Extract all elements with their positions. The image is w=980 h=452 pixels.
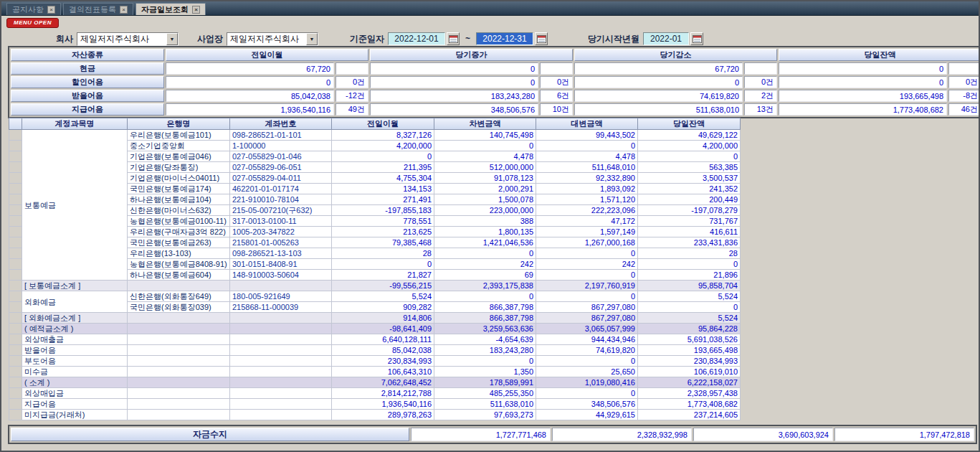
chevron-down-icon[interactable]: ▼ (166, 33, 178, 45)
table-row[interactable]: 외상매입금 2,814,212,788 485,255,350 0 2,328,… (9, 388, 741, 399)
asset-type-label: 받을어음 (11, 90, 164, 102)
balance-amount-cell: 1,773,408,682 (779, 103, 947, 116)
increase-amount-cell: 183,243,280 (370, 90, 538, 102)
close-icon[interactable]: × (47, 6, 55, 14)
table-row[interactable]: [ 외화예금소계 ] 914,806 866,387,798 867,297,0… (9, 313, 741, 324)
account-number-cell: 301-0151-8408-91 (230, 259, 332, 270)
debit-amount-cell: 866,387,798 (434, 302, 536, 313)
period-start-input[interactable]: 2022-01 (643, 32, 689, 45)
debit-amount-cell: 1,350 (434, 367, 536, 377)
table-row[interactable]: 부도어음 230,834,993 0 0 230,834,993 (9, 356, 741, 367)
company-select[interactable]: 제일저지주식회사 ▼ (77, 32, 179, 46)
row-selector[interactable] (9, 259, 22, 270)
row-selector[interactable] (9, 205, 22, 216)
tab-voucher-entry[interactable]: 결의전표등록 × (63, 3, 133, 15)
row-selector[interactable] (9, 141, 22, 151)
row-selector[interactable] (9, 313, 22, 324)
calendar-icon[interactable] (690, 32, 703, 45)
bank-name-cell (128, 324, 230, 334)
balance-amount-cell: 0 (779, 76, 947, 88)
row-selector[interactable] (9, 248, 22, 259)
calendar-icon (537, 34, 546, 43)
workplace-select-value: 제일저지주식회사 (230, 33, 299, 45)
table-row[interactable]: 지급어음 1,936,540,116 511,638,010 348,506,5… (9, 399, 741, 410)
row-selector[interactable] (9, 281, 22, 291)
bank-name-cell: 기업은행(당좌통장) (128, 162, 230, 173)
bank-name-cell (128, 399, 230, 410)
row-selector[interactable] (9, 356, 22, 367)
today-balance-cell: 563,385 (638, 162, 741, 173)
table-row[interactable]: ( 예적금소계 ) -98,641,409 3,259,563,636 3,06… (9, 324, 741, 334)
menu-open-button[interactable]: MENU OPEN (6, 18, 59, 28)
credit-amount-cell: 4,478 (536, 151, 638, 162)
balance-amount-cell: 193,665,498 (779, 90, 947, 102)
chevron-down-icon[interactable]: ▼ (306, 33, 318, 45)
table-row[interactable]: 보통예금 우리은행(보통예금101) 098-286521-01-101 8,3… (9, 130, 741, 141)
row-selector[interactable] (9, 184, 22, 194)
account-number-cell (230, 345, 332, 356)
row-selector[interactable] (9, 151, 22, 162)
row-selector[interactable] (9, 399, 22, 410)
table-row[interactable]: 미수금 106,643,310 1,350 25,650 106,619,010 (9, 367, 741, 377)
close-icon[interactable]: × (120, 6, 128, 14)
today-balance-cell: 0 (638, 151, 741, 162)
row-selector[interactable] (9, 302, 22, 313)
company-select-value: 제일저지주식회사 (80, 33, 149, 45)
row-selector[interactable] (9, 410, 22, 420)
row-selector[interactable] (9, 291, 22, 302)
credit-amount-cell: 1,597,149 (536, 227, 638, 237)
calendar-icon[interactable] (535, 32, 548, 45)
prev-carryover-cell: 909,282 (332, 302, 434, 313)
table-row[interactable]: 받을어음 85,042,038 183,243,280 74,619,820 1… (9, 345, 741, 356)
row-selector[interactable] (9, 367, 22, 377)
bank-name-cell: 우리은행(13-103) (128, 248, 230, 259)
tab-fund-daily-report[interactable]: 자금일보조회 × (135, 3, 206, 15)
table-row[interactable]: [ 보통예금소계 ] -99,556,215 2,393,175,838 2,1… (9, 281, 741, 291)
tab-notice[interactable]: 공지사항 × (6, 3, 61, 15)
row-selector[interactable] (9, 237, 22, 248)
today-balance-cell: 5,691,038,526 (638, 334, 741, 345)
today-balance-cell: 28 (638, 248, 741, 259)
credit-amount-cell: 222,223,096 (536, 205, 638, 216)
row-selector[interactable] (9, 130, 22, 141)
header-today-balance: 당일잔액 (779, 49, 980, 61)
table-row[interactable]: 외화예금 신한은행(외화통장649) 180-005-921649 5,524 … (9, 291, 741, 302)
credit-amount-cell: 944,434,946 (536, 334, 638, 345)
credit-amount-cell: 25,650 (536, 367, 638, 377)
row-selector[interactable] (9, 173, 22, 184)
row-selector[interactable] (9, 194, 22, 205)
workplace-label: 사업장 (197, 33, 223, 45)
row-selector[interactable] (9, 162, 22, 173)
table-row[interactable]: 외상매출금 6,640,128,111 -4,654,639 944,434,9… (9, 334, 741, 345)
row-selector[interactable] (9, 388, 22, 399)
account-number-cell (230, 281, 332, 291)
debit-amount-cell: 866,387,798 (434, 313, 536, 324)
today-balance-cell: 233,431,836 (638, 237, 741, 248)
row-selector[interactable] (9, 334, 22, 345)
bank-name-cell: 신한은행(마이너스632) (128, 205, 230, 216)
account-number-cell (230, 377, 332, 388)
row-selector[interactable] (9, 324, 22, 334)
debit-amount-cell: 242 (434, 259, 536, 270)
row-selector[interactable] (9, 227, 22, 237)
row-selector[interactable] (9, 345, 22, 356)
debit-amount-cell: 0 (434, 356, 536, 367)
decrease-count-cell (744, 62, 777, 75)
base-date-to-input[interactable]: 2022-12-31 (476, 32, 533, 45)
table-row[interactable]: 미지급금(거래처) 289,978,263 97,693,273 44,929,… (9, 410, 741, 420)
row-selector[interactable] (9, 270, 22, 281)
today-balance-cell: 5,524 (638, 291, 741, 302)
account-name-cell: [ 보통예금소계 ] (22, 281, 128, 291)
row-selector[interactable] (9, 216, 22, 227)
row-selector-header (9, 118, 22, 130)
table-row[interactable]: ( 소계 ) 7,062,648,452 178,589,991 1,019,0… (9, 377, 741, 388)
workplace-select[interactable]: 제일저지주식회사 ▼ (227, 32, 318, 46)
account-number-cell (230, 399, 332, 410)
calendar-icon[interactable] (447, 32, 460, 45)
close-icon[interactable]: × (192, 6, 200, 14)
app-window: { "tabs": [ { "label": "공지사항" }, { "labe… (0, 0, 980, 452)
base-date-from-input[interactable]: 2022-12-01 (388, 32, 445, 45)
account-number-cell: 1-100000 (230, 141, 332, 151)
bank-name-cell (128, 345, 230, 356)
row-selector[interactable] (9, 377, 22, 388)
